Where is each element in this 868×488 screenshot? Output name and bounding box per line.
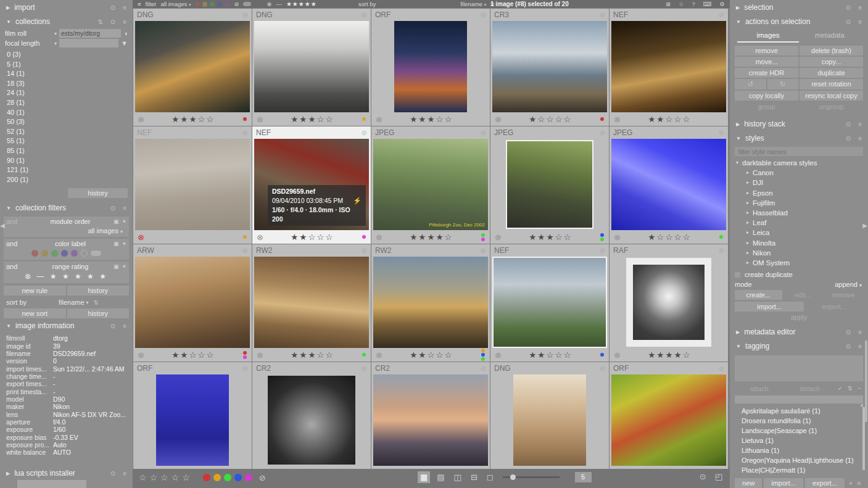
zoom-slider-knob[interactable] <box>510 474 516 480</box>
color-label-dot[interactable] <box>195 2 200 7</box>
star-rating[interactable]: ★★★☆☆ <box>386 114 477 124</box>
thumbnail-tile[interactable]: CR3 ⊘ ⊗ ★☆☆☆☆ <box>490 9 609 126</box>
thumbnail-tile[interactable]: NEF ⊘ ⊗ ★★☆☆☆ <box>490 244 609 362</box>
actions-panel-header[interactable]: ▼ actions on selection ⊙ ≡ <box>730 14 868 28</box>
collapse-right-panel-arrow[interactable]: ▶ <box>862 222 867 229</box>
styles-panel-header[interactable]: ▼ styles ⊙ ≡ <box>730 131 868 145</box>
menu-icon[interactable]: ≡ <box>858 121 862 128</box>
attach-tag-button[interactable]: attach <box>735 384 784 394</box>
zoom-slider[interactable] <box>503 476 560 478</box>
reject-icon[interactable]: ⊗ <box>138 115 144 123</box>
menu-icon[interactable]: ≡ <box>857 479 861 487</box>
star-rating[interactable]: ★★☆☆☆ <box>267 232 358 242</box>
focal-length-item[interactable]: 28 (1) <box>0 98 133 108</box>
rule-operator[interactable]: and <box>6 263 27 270</box>
thumbnail-tile[interactable]: JPEG ⊘ ⊗ ★☆☆☆☆ <box>610 126 728 244</box>
menu-icon[interactable]: ≡ <box>858 19 862 25</box>
checkbox-icon[interactable] <box>735 272 740 278</box>
filemanager-view-icon[interactable]: ▦ <box>418 471 430 483</box>
thumbnail-tile[interactable]: DNG ⊘ ⊗ ★★★☆☆ <box>133 9 252 126</box>
rule-box-icon[interactable]: ▣ <box>114 218 119 225</box>
style-tree-item[interactable]: ▸ Minolta <box>736 238 863 248</box>
color-label-dot[interactable] <box>61 250 68 257</box>
menu-icon[interactable]: ≡ <box>123 19 126 25</box>
pin-icon[interactable]: ✦ <box>122 263 126 270</box>
style-tree-item[interactable]: ▸ OM System <box>736 258 863 268</box>
reject-icon[interactable]: ⊗ <box>257 351 263 359</box>
style-tree-item[interactable]: ▸ DJI <box>736 178 863 188</box>
presets-icon[interactable]: ⊙ <box>846 4 851 11</box>
style-apply-button[interactable]: apply <box>791 313 807 321</box>
presets-icon[interactable]: ⊙ <box>110 323 115 329</box>
menu-icon[interactable]: ≡ <box>123 470 126 477</box>
zoomable-lighttable-icon[interactable]: ▤ <box>434 471 447 483</box>
thumbnail-photo[interactable] <box>268 376 355 465</box>
tag-item[interactable]: Apskritalapė saulašarė (1) <box>735 406 867 416</box>
star-rating[interactable]: ★★☆☆☆ <box>505 350 597 360</box>
style-tree-item[interactable]: ▸ Canon <box>736 168 863 178</box>
collection-filters-panel-header[interactable]: ▼ collection filters ⊙ ≡ <box>0 201 133 215</box>
reject-filter-icon[interactable]: ⊗ <box>267 1 271 7</box>
selection-panel-header[interactable]: ▶ selection ⊙ ≡ <box>730 0 868 14</box>
style-tree-item[interactable]: ▸ Hasselblad <box>736 208 863 218</box>
new-rule-button[interactable]: new rule <box>4 286 66 296</box>
color-label-filter-dots[interactable] <box>6 247 126 258</box>
style-filter-input[interactable] <box>735 147 863 156</box>
thumbnail-photo[interactable] <box>254 21 369 112</box>
rule-name[interactable]: module order <box>27 218 114 225</box>
reject-icon[interactable]: ⊗ <box>257 233 263 241</box>
mode-dropdown[interactable]: append ▾ <box>835 281 862 288</box>
clear-color-label-icon[interactable]: ⊘ <box>259 473 266 482</box>
presets-icon[interactable]: ⊙ <box>110 470 115 477</box>
thumbnail-tile[interactable]: JPEG ⊘ Pittsburgh Zoo, Dec 2002 ⊗ ★★★★☆ <box>371 126 490 244</box>
reject-icon[interactable]: ⊗ <box>257 115 263 123</box>
rating-apply-stars[interactable]: ☆☆☆☆☆ <box>139 473 193 482</box>
sort-history-button[interactable]: history <box>67 308 130 318</box>
thumbnail-photo[interactable] <box>135 21 250 112</box>
no-color-label-icon[interactable]: ⊘ <box>234 1 239 7</box>
focal-length-item[interactable]: 18 (3) <box>0 79 133 89</box>
presets-icon[interactable]: ⊙ <box>846 121 851 128</box>
star-rating[interactable]: ★☆☆☆☆ <box>624 232 716 242</box>
style-tree-item[interactable]: ▸ Fujifilm <box>736 198 863 208</box>
new-tag-button[interactable]: new <box>735 478 762 488</box>
menu-icon[interactable]: ≡ <box>123 323 126 329</box>
menu-icon[interactable]: ≡ <box>858 329 862 336</box>
dropdown-icon[interactable]: ▼ <box>121 39 128 47</box>
focal-length-item[interactable]: 50 (3) <box>0 117 133 127</box>
thumbnail-photo[interactable] <box>394 21 466 112</box>
collapse-left-panel-arrow[interactable]: ◀ <box>0 222 5 229</box>
tree-arrow-icon[interactable]: ▸ <box>746 208 749 218</box>
chevron-down-icon[interactable]: ▾ <box>54 31 57 36</box>
thumbnail-tile[interactable]: JPEG ⊘ ⊗ ★★★☆☆ <box>490 126 609 244</box>
grouping-icon[interactable]: ⊞ <box>666 1 671 7</box>
overlays-icon[interactable]: ☆ <box>679 1 684 7</box>
thumbnail-photo[interactable] <box>611 374 726 466</box>
reject-icon[interactable]: ⊗ <box>376 351 382 359</box>
help-icon[interactable]: ? <box>692 1 695 7</box>
thumbnail-tile[interactable]: NEF ⊘ DSD29659.nef 09/04/2010 03:08:45 P… <box>252 126 371 244</box>
pin-icon[interactable]: ✦ <box>122 218 126 225</box>
tree-arrow-icon[interactable]: ▸ <box>746 198 749 208</box>
tree-arrow-icon[interactable]: ▾ <box>736 158 738 168</box>
remove-button[interactable]: remove <box>735 46 798 56</box>
all-colors-pill[interactable] <box>243 2 251 6</box>
filter-presets-icon[interactable]: ≡ <box>138 1 141 7</box>
focus-peaking-icon[interactable]: ⊙ <box>700 472 706 481</box>
preferences-icon[interactable]: ⚙ <box>719 1 725 7</box>
detach-tag-button[interactable]: detach <box>785 384 835 394</box>
color-label-button[interactable] <box>203 474 210 481</box>
presets-icon[interactable]: ⊙ <box>846 343 851 350</box>
focal-length-input[interactable] <box>59 39 118 48</box>
color-label-button[interactable] <box>234 474 242 481</box>
thumbnail-photo[interactable] <box>373 374 488 466</box>
thumbnail-tile[interactable]: CR2 ⊘ ⊗ <box>252 362 371 469</box>
color-label-button[interactable] <box>224 474 231 481</box>
style-edit-button[interactable]: edit... <box>783 290 823 300</box>
ungroup-button[interactable]: ungroup <box>800 102 863 112</box>
history-stack-panel-header[interactable]: ▶ history stack ⊙ ≡ <box>730 117 868 131</box>
thumbnail-photo[interactable] <box>135 257 250 348</box>
style-export-button[interactable]: export... <box>805 302 863 312</box>
rule-box-icon[interactable]: ▣ <box>114 241 119 247</box>
tree-arrow-icon[interactable]: ▸ <box>746 258 749 268</box>
